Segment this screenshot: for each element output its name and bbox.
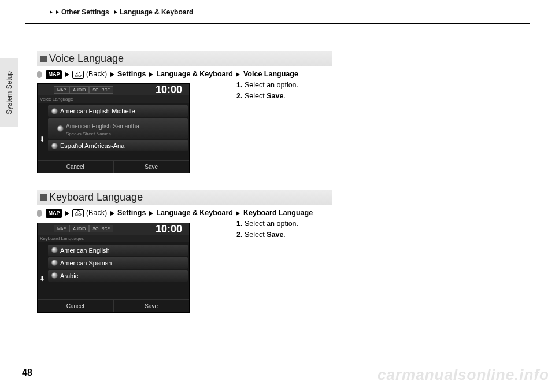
ss-save-button: Save — [113, 299, 190, 312]
section-voice-language: Voice Language MAP (Back) Settings Langu… — [37, 51, 372, 173]
path-lk: Language & Keyboard — [156, 209, 233, 217]
ss-option-subtext: Speaks Street Names — [66, 131, 139, 136]
step2-text2: . — [283, 92, 285, 100]
radio-icon — [51, 143, 58, 149]
chevron-right-icon — [236, 211, 240, 216]
ss-tab-audio: AUDIO — [69, 86, 89, 94]
ss-clock: 10:00 — [156, 84, 182, 96]
ss-topbar: MAP AUDIO SOURCE 10:00 — [38, 84, 189, 95]
section-title: Keyboard Language — [49, 191, 143, 204]
nav-path: MAP (Back) Settings Language & Keyboard … — [37, 208, 372, 219]
ss-footer: Cancel Save — [38, 160, 189, 173]
ss-tab-map: MAP — [54, 225, 69, 232]
radio-icon — [51, 108, 58, 114]
ss-topbar: MAP AUDIO SOURCE 10:00 — [38, 223, 189, 235]
map-button-icon: MAP — [46, 209, 62, 218]
side-tab-label: System Setup — [5, 71, 13, 114]
ss-option: American English-Samantha Speaks Street … — [48, 118, 188, 139]
ss-option-text: Arabic — [60, 272, 78, 279]
back-icon — [72, 71, 84, 79]
step1-text: Select an option. — [245, 81, 298, 89]
step1-text: Select an option. — [245, 220, 298, 228]
ss-body: ⬇ American English American Spanish Arab… — [38, 242, 189, 282]
ss-subtitle: Keyboard Languages — [38, 235, 189, 242]
scroll-down-icon: ⬇ — [39, 135, 45, 143]
path-lk: Language & Keyboard — [156, 70, 233, 78]
ss-clock: 10:00 — [156, 223, 182, 235]
ss-subtitle: Voice Language — [38, 95, 189, 103]
path-last: Voice Language — [243, 70, 298, 78]
radio-icon — [51, 272, 58, 279]
ss-body: ⬇ American English-Michelle American Eng… — [38, 103, 189, 151]
ss-tab-map: MAP — [54, 86, 69, 94]
step1-num: 1. — [236, 81, 242, 89]
section-header: Keyboard Language — [37, 190, 332, 205]
chevron-right-icon — [65, 211, 69, 216]
ss-option: Arabic — [48, 270, 188, 282]
screenshot-voice-language: MAP AUDIO SOURCE 10:00 Voice Language ⬇ … — [37, 83, 190, 173]
ss-option-text: American Spanish — [60, 260, 112, 267]
screenshot-keyboard-language: MAP AUDIO SOURCE 10:00 Keyboard Language… — [37, 223, 190, 313]
chevron-right-icon — [110, 211, 114, 216]
chevron-right-icon — [149, 211, 153, 216]
section-title: Voice Language — [49, 53, 124, 65]
step1-num: 1. — [236, 220, 242, 228]
ss-tab-source: SOURCE — [89, 86, 113, 94]
chevron-right-icon — [114, 10, 117, 14]
side-tab: System Setup — [0, 58, 18, 127]
map-button-icon: MAP — [46, 70, 62, 79]
nav-path: MAP (Back) Settings Language & Keyboard … — [37, 69, 372, 80]
step2-text1: Select — [245, 92, 267, 100]
watermark: carmanualsonline.info — [378, 366, 549, 384]
ss-cancel-button: Cancel — [38, 160, 113, 173]
ss-option-text: American English — [60, 247, 110, 254]
ss-option-text: American English-Michelle — [60, 108, 135, 114]
ss-option-text: Español Américas-Ana — [60, 142, 124, 149]
path-last: Keyboard Language — [243, 209, 313, 217]
page-icon — [37, 210, 42, 217]
page-number: 48 — [22, 368, 32, 378]
ss-option: Español Américas-Ana — [48, 140, 188, 151]
instructions: 1. Select an option. 2. Select Save. — [236, 80, 298, 102]
ss-cancel-button: Cancel — [38, 299, 113, 312]
chevron-right-icon — [56, 10, 59, 14]
step2-text2: . — [283, 231, 285, 239]
step2-bold: Save — [267, 231, 283, 239]
breadcrumb-seg2: Language & Keyboard — [120, 8, 193, 16]
ss-option: American Spanish — [48, 257, 188, 269]
back-icon — [72, 209, 84, 217]
ss-option: American English — [48, 245, 188, 256]
page-icon — [37, 71, 42, 78]
chevron-right-icon — [110, 72, 114, 77]
step2-text1: Select — [245, 231, 267, 239]
section-keyboard-language: Keyboard Language MAP (Back) Settings La… — [37, 190, 372, 312]
path-settings: Settings — [117, 70, 146, 78]
divider — [25, 23, 530, 24]
ss-tab-audio: AUDIO — [69, 225, 89, 232]
chevron-right-icon — [65, 72, 69, 77]
ss-footer: Cancel Save — [38, 299, 189, 312]
chevron-right-icon — [50, 10, 53, 14]
chevron-right-icon — [149, 72, 153, 77]
breadcrumb-seg1: Other Settings — [61, 8, 109, 16]
chevron-right-icon — [236, 72, 240, 77]
ss-option-text: American English-Samantha — [66, 123, 139, 130]
step2-num: 2. — [236, 92, 242, 100]
ss-tab-source: SOURCE — [89, 225, 113, 232]
radio-icon — [51, 247, 58, 253]
back-label: (Back) — [86, 209, 107, 217]
breadcrumb: Other Settings Language & Keyboard — [49, 8, 193, 16]
section-header: Voice Language — [37, 51, 332, 66]
ss-save-button: Save — [113, 160, 190, 173]
back-label: (Back) — [86, 70, 107, 78]
radio-icon — [51, 260, 58, 266]
ss-option: American English-Michelle — [48, 105, 188, 117]
step2-bold: Save — [267, 92, 283, 100]
square-icon — [40, 194, 47, 201]
path-settings: Settings — [117, 209, 146, 217]
step2-num: 2. — [236, 231, 242, 239]
scroll-down-icon: ⬇ — [39, 275, 45, 283]
instructions: 1. Select an option. 2. Select Save. — [236, 219, 298, 241]
square-icon — [40, 56, 47, 62]
radio-icon — [57, 125, 64, 132]
